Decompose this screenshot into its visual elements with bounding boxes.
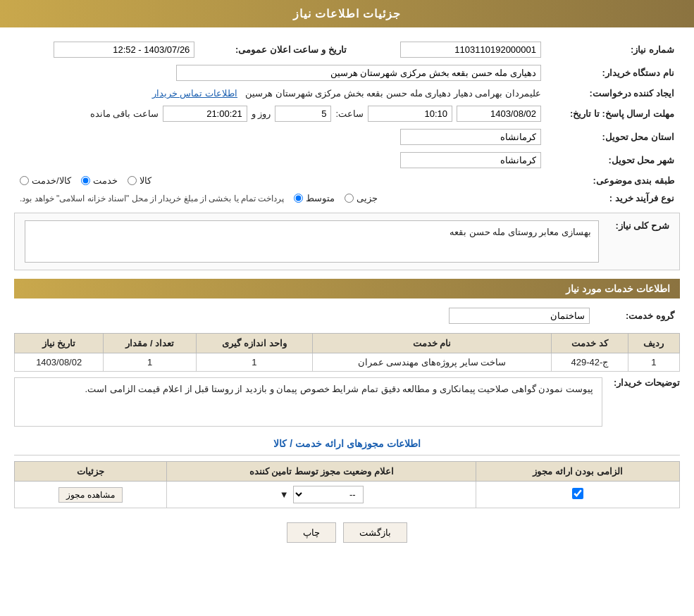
buyer-name-input[interactable] — [176, 65, 541, 81]
general-desc-value: بهسازی معابر روستای مله حسن بقعه — [25, 220, 599, 263]
buyer-name-label: نام دستگاه خریدار: — [547, 61, 680, 84]
col-code: کد خدمت — [552, 334, 628, 353]
reply-deadline-cell: ساعت باقی مانده روز و ساعت: — [14, 102, 547, 125]
purchase-type-row: نوع فرآیند خرید : پرداخت تمام یا بخشی از… — [14, 189, 680, 207]
service-group-row: گروه خدمت: — [14, 304, 680, 327]
need-number-row: شماره نیاز: تاریخ و ساعت اعلان عمومی: — [14, 38, 680, 61]
view-license-button[interactable]: مشاهده مجوز — [58, 487, 122, 503]
city-label: شهر محل تحویل: — [547, 149, 680, 172]
col-date: تاریخ نیاز — [15, 334, 104, 353]
license-required-cell — [476, 482, 680, 508]
buyer-notes-label: توضیحات خریدار: — [609, 377, 680, 388]
services-table: ردیف کد خدمت نام خدمت واحد اندازه گیری ت… — [14, 333, 680, 372]
announce-date-input[interactable] — [54, 42, 194, 58]
province-label: استان محل تحویل: — [547, 125, 680, 149]
province-row: استان محل تحویل: — [14, 125, 680, 149]
announce-date-cell — [14, 38, 200, 61]
license-status-cell: -- ▼ — [167, 482, 476, 508]
page-wrapper: جزئیات اطلاعات نیاز شماره نیاز: تاریخ و … — [0, 0, 694, 616]
category-kala-khidmat[interactable]: کالا/خدمت — [20, 175, 71, 186]
license-status-dropdown[interactable]: -- — [293, 486, 364, 503]
reply-deadline-row: مهلت ارسال پاسخ: تا تاریخ: ساعت باقی مان… — [14, 102, 680, 125]
col-unit: واحد اندازه گیری — [197, 334, 313, 353]
col-row: ردیف — [628, 334, 679, 353]
info-table: شماره نیاز: تاریخ و ساعت اعلان عمومی: نا… — [14, 38, 680, 207]
creator-label: ایجاد کننده درخواست: — [547, 84, 680, 102]
date-input[interactable] — [457, 106, 541, 122]
col-name: نام خدمت — [312, 334, 552, 353]
province-cell — [14, 125, 547, 149]
main-content: شماره نیاز: تاریخ و ساعت اعلان عمومی: نا… — [0, 27, 694, 567]
announce-date-label: تاریخ و ساعت اعلان عمومی: — [200, 38, 360, 61]
general-desc-label: شرح کلی نیاز: — [606, 220, 669, 231]
category-cell: کالا/خدمت خدمت کالا — [14, 172, 547, 189]
category-kala[interactable]: کالا — [128, 175, 151, 186]
license-row: -- ▼ مشاهده مجوز — [15, 482, 680, 508]
contact-link[interactable]: اطلاعات تماس خریدار — [152, 88, 237, 99]
general-desc-box: شرح کلی نیاز: بهسازی معابر روستای مله حس… — [14, 213, 680, 270]
bottom-buttons: چاپ بازگشت — [14, 522, 680, 543]
services-section-title: اطلاعات خدمات مورد نیاز — [14, 279, 680, 298]
service-group-input[interactable] — [449, 308, 590, 324]
buyer-name-cell — [14, 61, 547, 84]
time-label: ساعت: — [335, 108, 364, 119]
service-group-label: گروه خدمت: — [595, 304, 680, 327]
page-title: جزئیات اطلاعات نیاز — [293, 8, 402, 20]
buyer-notes-container: توضیحات خریدار: پیوست نمودن گواهی صلاحیت… — [14, 377, 680, 427]
category-row: طبقه بندی موضوعی: کالا/خدمت خدمت کالا — [14, 172, 680, 189]
creator-cell: علیمردان بهرامی دهیار دهیاری مله حسن بقع… — [14, 84, 547, 102]
license-required-checkbox[interactable] — [572, 488, 583, 499]
days-input[interactable] — [275, 106, 331, 122]
license-header-row: الزامی بودن ارائه مجوز اعلام وضعیت مجوز … — [15, 462, 680, 482]
license-status-container: -- ▼ — [174, 486, 469, 503]
back-button[interactable]: بازگشت — [343, 522, 407, 543]
remaining-label: ساعت باقی مانده — [90, 108, 159, 119]
creator-row: ایجاد کننده درخواست: علیمردان بهرامی دهی… — [14, 84, 680, 102]
service-group-table: گروه خدمت: — [14, 304, 680, 327]
page-header: جزئیات اطلاعات نیاز — [0, 0, 694, 27]
city-row: شهر محل تحویل: — [14, 149, 680, 172]
city-input[interactable] — [400, 152, 541, 168]
need-number-cell — [361, 38, 547, 61]
services-table-header-row: ردیف کد خدمت نام خدمت واحد اندازه گیری ت… — [15, 334, 680, 353]
purchase-type-label: نوع فرآیند خرید : — [547, 189, 680, 207]
need-number-label: شماره نیاز: — [547, 38, 680, 61]
license-col-status: اعلام وضعیت مجوز توسط تامین کننده — [167, 462, 476, 482]
license-col-details: جزئیات — [15, 462, 167, 482]
remaining-input[interactable] — [163, 106, 247, 122]
time-input[interactable] — [368, 106, 452, 122]
category-label: طبقه بندی موضوعی: — [547, 172, 680, 189]
purchase-type-jozii[interactable]: جزیی — [345, 193, 378, 203]
chevron-down-icon: ▼ — [280, 489, 289, 500]
buyer-name-row: نام دستگاه خریدار: — [14, 61, 680, 84]
col-count: تعداد / مقدار — [104, 334, 197, 353]
category-khidmat[interactable]: خدمت — [81, 175, 118, 186]
license-section-title[interactable]: اطلاعات مجوزهای ارائه خدمت / کالا — [14, 432, 680, 455]
need-number-input[interactable] — [400, 42, 541, 58]
days-label: روز و — [252, 108, 271, 119]
table-row: 1ج-42-429ساخت سایر پروژه‌های مهندسی عمرا… — [15, 353, 680, 372]
purchase-type-note: پرداخت تمام یا بخشی از مبلغ خریدار از مح… — [20, 194, 284, 203]
reply-deadline-label: مهلت ارسال پاسخ: تا تاریخ: — [547, 102, 680, 125]
license-table: الزامی بودن ارائه مجوز اعلام وضعیت مجوز … — [14, 461, 680, 508]
print-button[interactable]: چاپ — [287, 522, 336, 543]
license-col-required: الزامی بودن ارائه مجوز — [476, 462, 680, 482]
buyer-notes-value: پیوست نمودن گواهی صلاحیت پیمانکاری و مطا… — [14, 377, 602, 427]
purchase-type-mutawaset[interactable]: متوسط — [294, 193, 335, 203]
license-details-cell: مشاهده مجوز — [15, 482, 167, 508]
city-cell — [14, 149, 547, 172]
purchase-type-cell: پرداخت تمام یا بخشی از مبلغ خریدار از مح… — [14, 189, 547, 207]
creator-value: علیمردان بهرامی دهیار دهیاری مله حسن بقع… — [245, 88, 541, 99]
province-input[interactable] — [400, 129, 541, 145]
service-group-cell — [14, 304, 595, 327]
